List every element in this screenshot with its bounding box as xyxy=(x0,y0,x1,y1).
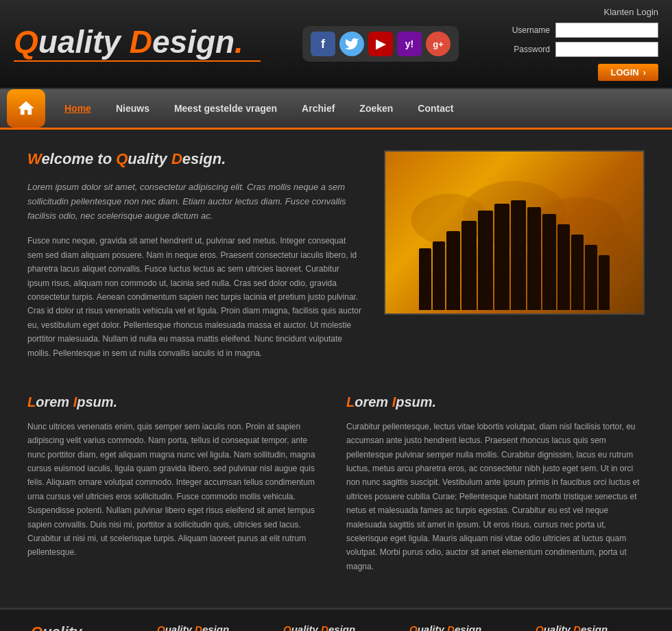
youtube-icon[interactable]: ▶ xyxy=(368,32,393,56)
nav-contact[interactable]: Contact xyxy=(405,93,466,124)
logo-dot: . xyxy=(235,24,243,60)
login-button[interactable]: LOGIN › xyxy=(598,64,658,81)
lorem-ipsum-title-left: Lorem Ipsum. xyxy=(27,394,326,410)
footer: Quality Design. Quality Design. Lorem Ip… xyxy=(0,608,672,631)
intro-text: Lorem ipsum dolor sit amet, consectetur … xyxy=(27,180,363,223)
password-row: Password xyxy=(501,42,658,57)
twitter-icon[interactable] xyxy=(339,32,364,56)
silhouette-row xyxy=(412,200,616,313)
lower-left-text: Nunc ultrices venenatis enim, quis sempe… xyxy=(27,420,326,560)
nav-home[interactable]: Home xyxy=(52,93,104,124)
social-icons: f ▶ y! g+ xyxy=(302,26,459,62)
facebook-icon[interactable]: f xyxy=(311,32,335,56)
nav-nieuws[interactable]: Nieuws xyxy=(104,93,162,124)
logo-underline xyxy=(14,60,261,62)
footer-col-1-title: Quality Design. xyxy=(157,623,263,631)
lower-content: Lorem Ipsum. Nunc ultrices venenatis eni… xyxy=(0,394,672,608)
footer-logo-col: Quality Design. xyxy=(21,623,147,631)
googleplus-icon[interactable]: g+ xyxy=(426,32,451,56)
footer-col-2-title: Quality Design. xyxy=(283,623,389,631)
nav-zoeken[interactable]: Zoeken xyxy=(347,93,405,124)
welcome-d: D xyxy=(171,150,182,167)
footer-inner: Quality Design. Quality Design. Lorem Ip… xyxy=(21,623,651,631)
welcome-title: Welcome to Quality Design. xyxy=(27,150,363,168)
footer-col-1: Quality Design. Lorem Ipsum. Lorem Ipsum… xyxy=(147,623,273,631)
nav-faq[interactable]: Meest gestelde vragen xyxy=(162,93,289,124)
body-text: Fusce nunc neque, gravida sit amet hendr… xyxy=(27,234,363,360)
navigation: Home Nieuws Meest gestelde vragen Archie… xyxy=(0,89,672,130)
header: Quality Design. f ▶ y! g+ Klanten Login … xyxy=(0,0,672,89)
lower-left-col: Lorem Ipsum. Nunc ultrices venenatis eni… xyxy=(27,394,326,587)
nav-items: Home Nieuws Meest gestelde vragen Archie… xyxy=(52,93,466,124)
login-btn-wrap: LOGIN › xyxy=(501,61,658,81)
main-image xyxy=(384,150,645,374)
welcome-q: Q xyxy=(116,150,128,167)
footer-col-3-title: Quality Design. xyxy=(409,623,515,631)
footer-col-2: Quality Design. Lorem Ipsum. Lorem Ipsum… xyxy=(273,623,399,631)
username-label: Username xyxy=(509,25,550,35)
main-left: Welcome to Quality Design. Lorem ipsum d… xyxy=(27,150,363,374)
login-section: Klanten Login Username Password LOGIN › xyxy=(501,7,658,81)
logo-q: Q xyxy=(14,24,38,60)
yahoo-icon[interactable]: y! xyxy=(397,32,422,56)
password-label: Password xyxy=(509,45,550,54)
login-arrow-icon: › xyxy=(643,67,646,78)
footer-col-4-title: Quality Design. xyxy=(536,623,641,631)
nav-archief[interactable]: Archief xyxy=(289,93,347,124)
footer-logo: Quality Design. xyxy=(31,623,136,631)
welcome-w: W xyxy=(27,150,41,167)
world-image-container xyxy=(384,150,645,315)
lorem-ipsum-title-right: Lorem Ipsum. xyxy=(346,394,645,410)
username-row: Username xyxy=(501,23,658,38)
login-title: Klanten Login xyxy=(501,7,658,17)
logo: Quality Design. xyxy=(14,26,261,58)
main-content: Welcome to Quality Design. Lorem ipsum d… xyxy=(0,130,672,394)
logo-d: D xyxy=(130,24,152,60)
footer-col-3: Quality Design. Lorem Ipsum. Lorem Ipsum… xyxy=(399,623,525,631)
username-input[interactable] xyxy=(555,23,658,38)
password-input[interactable] xyxy=(555,42,658,57)
home-icon[interactable] xyxy=(7,89,45,128)
lower-right-col: Lorem Ipsum. Curabitur pellentesque, lec… xyxy=(346,394,645,587)
footer-col-4: Quality Design. Lorem Ipsum. Lorem Ipsum… xyxy=(525,623,651,631)
lower-right-text: Curabitur pellentesque, lectus vitae lob… xyxy=(346,420,645,573)
